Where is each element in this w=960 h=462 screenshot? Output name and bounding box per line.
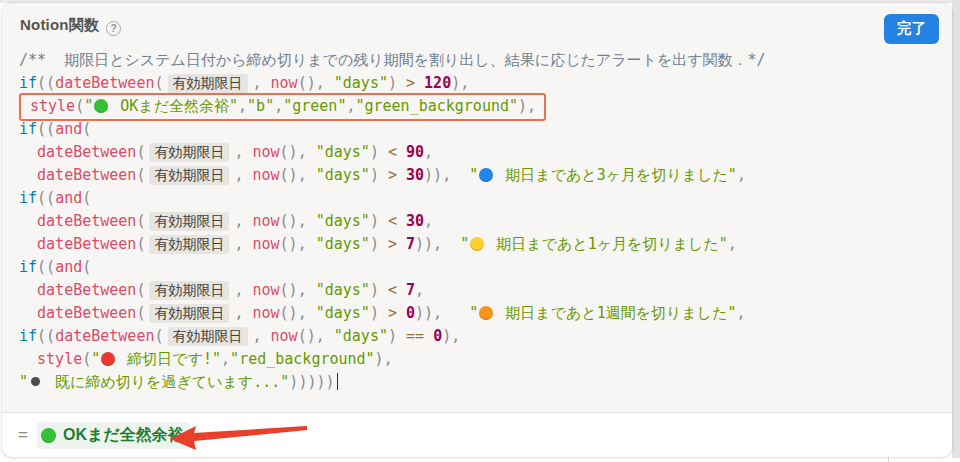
yellow-circle-icon bbox=[470, 237, 484, 251]
code-token: > bbox=[388, 304, 406, 322]
code-token: ) bbox=[370, 212, 388, 230]
code-token: ) bbox=[370, 235, 388, 253]
code-token: "b" bbox=[247, 97, 274, 115]
code-token: (), bbox=[280, 143, 316, 161]
code-token: ) bbox=[370, 143, 388, 161]
table-border-behind-popup bbox=[888, 457, 889, 462]
code-token: < bbox=[388, 143, 406, 161]
formula-editor[interactable]: /** 期限日とシステム日付から締め切りまでの残り期間を割り出し、結果に応じたア… bbox=[2, 40, 952, 412]
code-line: if((and( bbox=[19, 256, 940, 279]
code-token: , bbox=[424, 143, 433, 161]
code-token: dateBetween bbox=[37, 281, 136, 299]
property-chip: 有効期限日 bbox=[149, 143, 229, 162]
popup-header: Notion関数? 完了 bbox=[2, 3, 952, 40]
property-chip: 有効期限日 bbox=[149, 281, 229, 300]
code-token: style bbox=[37, 350, 82, 368]
code-token: "green_background" bbox=[355, 97, 518, 115]
code-token: dateBetween bbox=[37, 166, 136, 184]
code-token: , bbox=[737, 166, 746, 184]
code-line: style(" OKまだ全然余裕","b","green","green_bac… bbox=[19, 95, 940, 118]
code-token: and bbox=[55, 120, 82, 138]
code-token: now bbox=[253, 212, 280, 230]
code-token: ( bbox=[82, 258, 91, 276]
code-token: , bbox=[234, 235, 252, 253]
code-token: " bbox=[469, 304, 478, 322]
code-token: 120 bbox=[424, 74, 451, 92]
property-chip: 有効期限日 bbox=[149, 166, 229, 185]
annotation-highlight-box: style(" OKまだ全然余裕","b","green","green_bac… bbox=[19, 93, 546, 121]
code-token: 7 bbox=[406, 235, 415, 253]
code-token: now bbox=[253, 166, 280, 184]
code-line: dateBetween(有効期限日, now(), "days") > 0)),… bbox=[19, 302, 940, 325]
code-token: > bbox=[388, 166, 406, 184]
code-token: dateBetween bbox=[37, 235, 136, 253]
code-token: ( bbox=[82, 350, 91, 368]
code-token bbox=[19, 143, 37, 161]
code-token: ), bbox=[451, 74, 469, 92]
code-token: 期日まであと1週間を切りました" bbox=[496, 304, 736, 322]
arrow-shape bbox=[170, 426, 307, 450]
code-token: " bbox=[91, 350, 100, 368]
result-value-chip: OKまだ全然余裕 bbox=[37, 422, 190, 449]
code-token: (( bbox=[37, 189, 55, 207]
property-chip: 有効期限日 bbox=[149, 212, 229, 231]
code-line: dateBetween(有効期限日, now(), "days") < 90, bbox=[19, 141, 940, 164]
code-token: if bbox=[19, 258, 37, 276]
code-token: " bbox=[469, 166, 478, 184]
code-token: ( bbox=[75, 97, 84, 115]
code-token: style bbox=[30, 97, 75, 115]
code-token: " bbox=[84, 97, 93, 115]
code-line: if((and( bbox=[19, 187, 940, 210]
code-token: 30 bbox=[406, 212, 424, 230]
code-token: , bbox=[253, 74, 271, 92]
code-token: 締切日です!" bbox=[118, 350, 221, 368]
code-line: if((dateBetween(有効期限日, now(), "days") > … bbox=[19, 72, 940, 95]
code-token: dateBetween bbox=[55, 327, 154, 345]
code-token: "days" bbox=[334, 327, 388, 345]
code-token bbox=[19, 212, 37, 230]
code-token: " bbox=[19, 373, 28, 391]
code-token: ) bbox=[370, 166, 388, 184]
code-token bbox=[19, 235, 37, 253]
property-chip: 有効期限日 bbox=[168, 74, 248, 93]
code-token: dateBetween bbox=[37, 143, 136, 161]
code-token bbox=[19, 350, 37, 368]
green-circle-icon bbox=[41, 428, 56, 443]
code-token: < bbox=[388, 281, 406, 299]
help-icon[interactable]: ? bbox=[106, 21, 121, 36]
code-token: ( bbox=[82, 120, 91, 138]
green-circle-icon bbox=[94, 99, 108, 113]
dark-circle-icon bbox=[31, 377, 40, 386]
code-token: "days" bbox=[316, 166, 370, 184]
code-token: , bbox=[415, 281, 424, 299]
code-token: )), bbox=[415, 304, 469, 322]
orange-circle-icon bbox=[479, 306, 493, 320]
code-token: ( bbox=[136, 143, 145, 161]
code-token: (( bbox=[37, 120, 55, 138]
page-background-right-edge bbox=[952, 0, 960, 458]
code-token: ( bbox=[136, 212, 145, 230]
code-line: " 既に締め切りを過ぎています..."))))) bbox=[19, 371, 940, 394]
code-token: )), bbox=[415, 235, 460, 253]
code-token: 90 bbox=[406, 143, 424, 161]
code-token: (), bbox=[280, 212, 316, 230]
formula-result-row: = OKまだ全然余裕 bbox=[2, 412, 952, 457]
code-token: and bbox=[55, 258, 82, 276]
code-token: ), bbox=[442, 327, 460, 345]
red-circle-icon bbox=[101, 352, 115, 366]
code-token: ))))) bbox=[289, 373, 334, 391]
code-token: "days" bbox=[316, 212, 370, 230]
code-token: 期日まであと1ヶ月を切りました" bbox=[487, 235, 728, 253]
code-token: (), bbox=[280, 281, 316, 299]
code-token: "days" bbox=[334, 74, 388, 92]
code-token: , bbox=[424, 212, 433, 230]
code-token: ) bbox=[388, 74, 406, 92]
code-token bbox=[19, 304, 37, 322]
code-token: , bbox=[737, 304, 746, 322]
done-button[interactable]: 完了 bbox=[884, 14, 939, 44]
code-token: now bbox=[253, 235, 280, 253]
code-token: > bbox=[388, 235, 406, 253]
code-token: now bbox=[271, 74, 298, 92]
code-token: and bbox=[55, 189, 82, 207]
property-chip: 有効期限日 bbox=[168, 327, 248, 346]
